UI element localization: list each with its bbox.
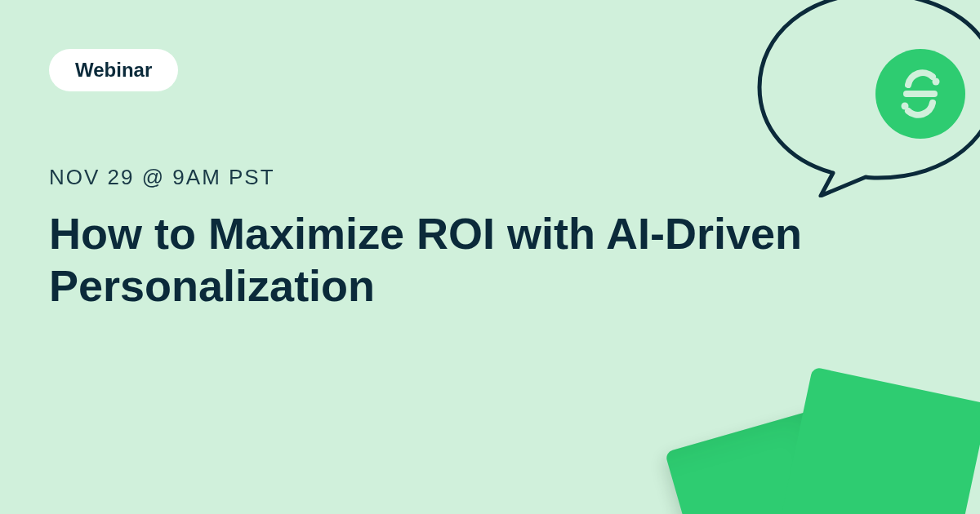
svg-point-2 xyxy=(902,103,909,110)
content-area: Webinar NOV 29 @ 9AM PST How to Maximize… xyxy=(49,49,833,312)
event-datetime: NOV 29 @ 9AM PST xyxy=(49,165,833,190)
event-title: How to Maximize ROI with AI-Driven Perso… xyxy=(49,208,833,312)
svg-point-1 xyxy=(933,78,940,86)
category-badge: Webinar xyxy=(49,49,178,91)
svg-rect-0 xyxy=(903,91,938,97)
decorative-square-front-icon xyxy=(776,367,980,514)
brand-logo-icon xyxy=(875,49,965,139)
